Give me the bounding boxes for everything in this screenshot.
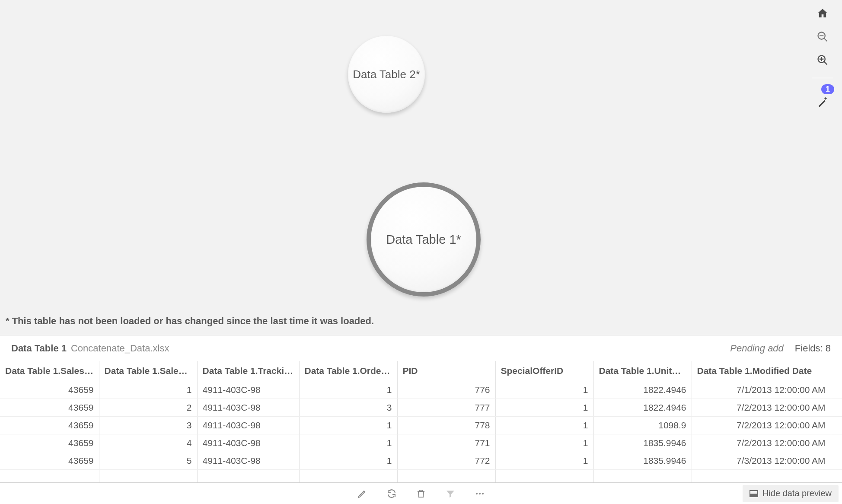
cell: 43659 <box>0 399 99 416</box>
cell: 1835.9946 <box>593 452 692 469</box>
cell: 4911-403C-98 <box>197 434 299 452</box>
table-header-row: Data Table 1.SalesO… Data Table 1.SalesO… <box>0 361 842 381</box>
col-header[interactable]: Data Table 1.UnitPrice <box>593 361 692 381</box>
cell: 1 <box>495 452 593 469</box>
toolbar-divider <box>812 78 833 78</box>
svg-point-7 <box>476 493 478 494</box>
cell: 1 <box>495 434 593 452</box>
delete-icon[interactable] <box>415 487 427 500</box>
cell: 776 <box>397 381 495 399</box>
cell: 1835.9946 <box>593 434 692 452</box>
table-bubble-data-table-1[interactable]: Data Table 1* <box>367 182 481 297</box>
cell: 43659 <box>0 416 99 434</box>
cell: 1 <box>299 416 397 434</box>
cell: 4911-403C-98 <box>197 452 299 469</box>
col-header[interactable]: Data Table 1.SalesO… <box>0 361 99 381</box>
cell: 4911-403C-98 <box>197 381 299 399</box>
preview-field-count: Fields: 8 <box>795 343 831 354</box>
preview-filename: Concatenate_Data.xlsx <box>71 343 169 354</box>
table-row[interactable]: 4365944911-403C-98177111835.99467/2/2013… <box>0 434 842 452</box>
col-header[interactable]: PID <box>397 361 495 381</box>
zoom-out-icon[interactable] <box>815 29 830 44</box>
cell-extra <box>831 434 842 452</box>
refresh-icon[interactable] <box>385 487 398 500</box>
cell-extra <box>831 381 842 399</box>
cell: 771 <box>397 434 495 452</box>
table-row[interactable]: 4365914911-403C-98177611822.49467/1/2013… <box>0 381 842 399</box>
cell: 7/2/2013 12:00:00 AM <box>692 434 831 452</box>
cell: 778 <box>397 416 495 434</box>
table-bubble-data-table-2[interactable]: Data Table 2* <box>348 36 425 113</box>
cell: 43659 <box>0 381 99 399</box>
preview-status: Pending add <box>730 343 784 354</box>
cell: 1822.4946 <box>593 399 692 416</box>
bottom-toolbar: Hide data preview <box>0 482 842 504</box>
cell: 1 <box>299 381 397 399</box>
cell: 43659 <box>0 434 99 452</box>
filter-icon[interactable] <box>444 487 457 500</box>
more-icon[interactable] <box>473 487 486 500</box>
bubble-label: Data Table 2* <box>353 68 420 81</box>
preview-title: Data Table 1 <box>11 343 67 354</box>
svg-point-8 <box>479 493 481 494</box>
magic-wand-icon[interactable] <box>815 95 830 109</box>
table-row[interactable]: 4365924911-403C-98377711822.49467/2/2013… <box>0 399 842 416</box>
cell: 4 <box>99 434 197 452</box>
cell: 7/1/2013 12:00:00 AM <box>692 381 831 399</box>
cell: 1822.4946 <box>593 381 692 399</box>
cell: 1 <box>495 416 593 434</box>
panel-icon <box>750 490 758 497</box>
canvas-toolbar: 1 <box>812 6 833 109</box>
svg-line-1 <box>824 38 827 41</box>
hide-data-preview-label: Hide data preview <box>762 488 832 498</box>
table-row[interactable]: 4365934911-403C-98177811098.97/2/2013 12… <box>0 416 842 434</box>
cell: 2 <box>99 399 197 416</box>
svg-line-4 <box>824 62 827 65</box>
recommendation-badge: 1 <box>821 84 834 94</box>
cell: 777 <box>397 399 495 416</box>
cell: 3 <box>99 416 197 434</box>
cell-extra <box>831 416 842 434</box>
preview-panel-header: Data Table 1 Concatenate_Data.xlsx Pendi… <box>0 335 842 361</box>
cell-extra <box>831 399 842 416</box>
cell: 4911-403C-98 <box>197 416 299 434</box>
svg-point-9 <box>482 493 484 494</box>
edit-icon[interactable] <box>356 487 369 500</box>
cell: 3 <box>299 399 397 416</box>
col-header[interactable]: Data Table 1.OrderQty <box>299 361 397 381</box>
cell: 7/2/2013 12:00:00 AM <box>692 416 831 434</box>
data-model-canvas[interactable]: Data Table 2* Data Table 1* * This table… <box>0 0 842 335</box>
canvas-footnote: * This table has not been loaded or has … <box>6 316 374 327</box>
cell: 4911-403C-98 <box>197 399 299 416</box>
cell: 7/3/2013 12:00:00 AM <box>692 452 831 469</box>
cell: 1 <box>495 381 593 399</box>
bubble-label: Data Table 1* <box>386 233 461 247</box>
cell: 1 <box>99 381 197 399</box>
cell-extra <box>831 452 842 469</box>
cell: 43659 <box>0 452 99 469</box>
col-header[interactable]: Data Table 1.Tracking… <box>197 361 299 381</box>
cell: 7/2/2013 12:00:00 AM <box>692 399 831 416</box>
hide-data-preview-button[interactable]: Hide data preview <box>743 485 839 502</box>
cell: 5 <box>99 452 197 469</box>
col-header[interactable]: Data Table 1.Modified Date <box>692 361 831 381</box>
cell: 1098.9 <box>593 416 692 434</box>
cell: 1 <box>495 399 593 416</box>
cell: 1 <box>299 452 397 469</box>
col-header-extra <box>831 361 842 381</box>
data-preview-table: Data Table 1.SalesO… Data Table 1.SalesO… <box>0 361 842 487</box>
col-header[interactable]: Data Table 1.SalesO… <box>99 361 197 381</box>
cell: 1 <box>299 434 397 452</box>
cell: 772 <box>397 452 495 469</box>
table-row[interactable]: 4365954911-403C-98177211835.99467/3/2013… <box>0 452 842 469</box>
zoom-in-icon[interactable] <box>815 53 830 67</box>
home-icon[interactable] <box>815 6 830 21</box>
col-header[interactable]: SpecialOfferID <box>495 361 593 381</box>
